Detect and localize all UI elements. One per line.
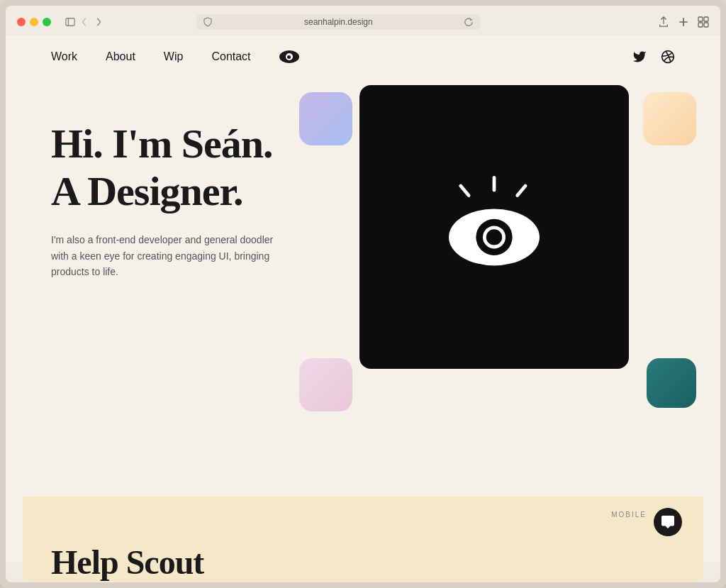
eye-illustration-box [359, 85, 629, 369]
nav-contact[interactable]: Contact [211, 50, 250, 63]
deco-teal-square [647, 358, 696, 408]
nav-social [632, 50, 675, 64]
nav-work[interactable]: Work [51, 50, 77, 63]
nav-wip[interactable]: Wip [164, 50, 184, 63]
hero-text: Hi. I'm Seán. A Designer. I'm also a fro… [51, 121, 292, 280]
deco-purple-square [299, 92, 352, 145]
svg-rect-0 [66, 18, 74, 26]
eye-nav-icon[interactable] [279, 50, 299, 63]
hero-subtext: I'm also a front-end developer and gener… [51, 232, 292, 279]
svg-rect-9 [493, 176, 496, 192]
svg-rect-7 [704, 23, 708, 27]
sidebar-icon[interactable] [65, 17, 75, 27]
chat-button[interactable] [654, 508, 682, 536]
forward-icon[interactable] [94, 17, 104, 27]
grid-icon[interactable] [698, 16, 709, 28]
deco-peach-square [643, 92, 696, 145]
url-text: seanhalpin.design [216, 17, 460, 27]
maximize-button[interactable] [43, 18, 51, 26]
website: Work About Wip Contact [23, 35, 703, 582]
browser-titlebar: seanhalpin.design [6, 6, 720, 35]
svg-point-15 [486, 229, 502, 245]
svg-rect-6 [698, 23, 703, 27]
hero-heading-line2: A Designer. [51, 168, 242, 214]
browser-controls [65, 17, 104, 27]
hero-section: Hi. I'm Seán. A Designer. I'm also a fro… [23, 78, 703, 454]
refresh-icon[interactable] [464, 18, 473, 26]
hero-heading: Hi. I'm Seán. A Designer. [51, 121, 292, 215]
close-button[interactable] [17, 18, 26, 26]
chat-icon [661, 516, 674, 528]
eye-illustration [416, 156, 572, 298]
browser-actions [658, 16, 709, 28]
hero-heading-line1: Hi. I'm Seán. [51, 121, 273, 167]
svg-rect-4 [698, 17, 703, 21]
new-tab-icon[interactable] [678, 16, 689, 28]
share-icon[interactable] [658, 16, 669, 28]
address-bar[interactable]: seanhalpin.design [196, 14, 480, 30]
browser-window: seanhalpin.design [0, 0, 726, 588]
browser-inner: seanhalpin.design [6, 6, 720, 582]
svg-rect-11 [515, 184, 527, 198]
twitter-icon[interactable] [632, 50, 647, 64]
dribbble-icon[interactable] [661, 50, 675, 64]
nav-about[interactable]: About [106, 50, 135, 63]
navigation: Work About Wip Contact [23, 35, 703, 78]
bottom-section: MOBILE Help Scout [23, 497, 703, 582]
project-title: Help Scout [51, 543, 203, 582]
mobile-label: MOBILE [611, 511, 647, 518]
deco-pink-square [299, 358, 352, 411]
svg-rect-5 [704, 17, 708, 21]
website-content: Work About Wip Contact [6, 35, 720, 562]
eye-svg [416, 170, 572, 284]
traffic-lights [17, 18, 51, 26]
svg-rect-10 [458, 184, 471, 198]
minimize-button[interactable] [30, 18, 38, 26]
back-icon[interactable] [79, 17, 89, 27]
shield-icon [203, 17, 212, 27]
